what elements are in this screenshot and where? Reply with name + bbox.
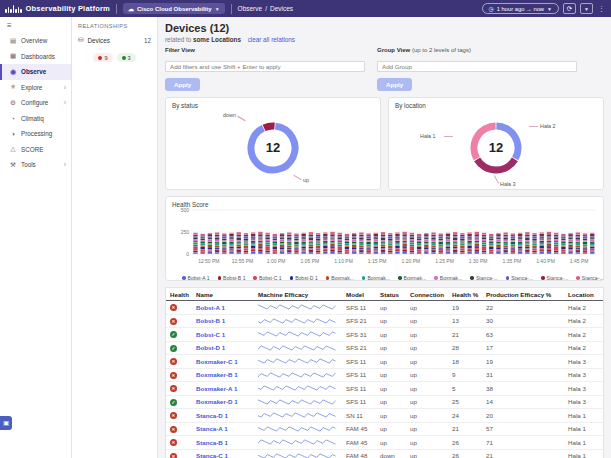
bar-segment [547, 244, 551, 246]
legend-item[interactable]: Boxmak... [326, 275, 354, 281]
column-header[interactable]: Health [166, 291, 192, 298]
column-header[interactable]: Machine Efficacy [254, 291, 342, 298]
bar-segment [504, 232, 508, 234]
bar-segment [294, 251, 298, 252]
legend-label: Stanca-... [511, 275, 533, 281]
table-row[interactable]: ✓Bobst-D 1SFS 21upup2817Hala 2 [166, 342, 603, 356]
bar-segment [554, 241, 558, 242]
by-location-card: By location Hala 1 12 Hala 2 Hala 3 [388, 97, 604, 190]
kebab-menu-icon[interactable]: ⋮ [597, 5, 606, 13]
column-header[interactable]: Location [564, 291, 603, 298]
bar-segment [280, 236, 284, 237]
device-link[interactable]: Boxmaker-C 1 [196, 358, 238, 365]
sidebar-item-observe[interactable]: ◉Observe [0, 64, 71, 80]
table-row[interactable]: ✕Bobst-B 1SFS 21upup1330Hala 2 [166, 315, 603, 329]
relationships-devices-row[interactable]: ⛁ Devices 12 [78, 36, 151, 44]
device-link[interactable]: Boxmaker-B 1 [196, 371, 238, 378]
column-header[interactable]: Status [376, 291, 406, 298]
table-row[interactable]: ✓Boxmaker-D 1SFS 11upup2514Hala 3 [166, 396, 603, 410]
legend-item[interactable]: Bobst-B 1 [218, 275, 246, 281]
column-header[interactable]: Health % [448, 291, 482, 298]
bar-segment [439, 233, 443, 234]
device-link[interactable]: Bobst-B 1 [196, 317, 225, 324]
group-input[interactable] [377, 61, 577, 72]
device-link[interactable]: Boxmaker-D 1 [196, 398, 238, 405]
bar-segment [583, 246, 587, 247]
sidebar-item-configure[interactable]: ⚙Configure› [0, 95, 71, 111]
filter-apply-button[interactable]: Apply [165, 78, 200, 91]
device-link[interactable]: Stanca-C 1 [196, 452, 228, 458]
table-row[interactable]: ✕Stanca-A 1FAM 45upup2157Hala 1 [166, 423, 603, 437]
filter-input[interactable] [165, 61, 365, 72]
legend-item[interactable]: Stanca-... [470, 275, 497, 281]
bar-segment [352, 233, 356, 234]
bar-segment [237, 245, 241, 247]
legend-item[interactable]: Stanca-... [541, 275, 568, 281]
bar-segment [222, 235, 226, 236]
table-row[interactable]: ✕Boxmaker-A 1SFS 11upup538Hala 3 [166, 382, 603, 396]
feedback-widget-button[interactable]: ▣ [0, 416, 12, 430]
table-row[interactable]: ✕Boxmaker-C 1SFS 11upup1819Hala 3 [166, 355, 603, 369]
legend-item[interactable]: Boxmak... [434, 275, 462, 281]
legend-item[interactable]: Stanca-... [506, 275, 533, 281]
health-count-badge[interactable]: 3 [117, 53, 136, 62]
device-link[interactable]: Bobst-D 1 [196, 344, 225, 351]
refresh-button[interactable]: ⟳ [563, 3, 576, 14]
sidebar-item-dashboards[interactable]: ▦Dashboards [0, 49, 71, 65]
table-row[interactable]: ✕Stanca-D 1SN 11upup2420Hala 1 [166, 409, 603, 423]
column-header[interactable]: Production Efficacy % [482, 291, 564, 298]
bar-segment [496, 234, 500, 236]
legend-item[interactable]: Bobst-C 1 [253, 275, 281, 281]
bar-segment [410, 245, 414, 247]
bar-segment [338, 241, 342, 242]
sidebar-item-tools[interactable]: ⚒Tools› [0, 157, 71, 173]
device-link[interactable]: Stanca-D 1 [196, 412, 228, 419]
device-link[interactable]: Stanca-B 1 [196, 439, 228, 446]
bar-segment [251, 234, 255, 236]
health-count-badge[interactable]: 9 [93, 53, 112, 62]
bar-segment [431, 236, 435, 237]
table-row[interactable]: ✕Bobst-A 1SFS 11upup1922Hala 2 [166, 301, 603, 315]
sidebar-item-score[interactable]: △SCORE [0, 142, 71, 158]
device-link[interactable]: Boxmaker-A 1 [196, 385, 237, 392]
bar-segment [496, 252, 500, 254]
table-row[interactable]: ✓Bobst-C 1SFS 31upup2163Hala 2 [166, 328, 603, 342]
legend-item[interactable]: Boxmak... [398, 275, 426, 281]
bar-segment [410, 240, 414, 241]
table-row[interactable]: ✕Boxmaker-B 1SFS 11upup931Hala 3 [166, 369, 603, 383]
legend-item[interactable]: Stanca-... [576, 275, 603, 281]
table-row[interactable]: ✕Stanca-B 1FAM 45upup2671Hala 1 [166, 436, 603, 450]
bar-segment [338, 235, 342, 236]
clear-relations-link[interactable]: clear all relations [248, 36, 295, 43]
breadcrumb-section[interactable]: Observe [238, 5, 263, 12]
sidebar-item-label: Explore [21, 84, 42, 91]
bar-segment [316, 233, 320, 235]
bar-segment [525, 247, 529, 248]
sidebar-collapse-button[interactable]: ≡ [0, 17, 71, 33]
group-apply-button[interactable]: Apply [377, 78, 412, 91]
bar-segment [330, 238, 334, 239]
x-tick-label: 1:10 PM [334, 258, 353, 264]
time-range-picker[interactable]: ◷ 1 hour ago → now ▼ [482, 3, 559, 14]
sidebar-item-climatiq[interactable]: ◔Climatiq [0, 111, 71, 127]
device-link[interactable]: Bobst-C 1 [196, 331, 225, 338]
model-cell: SFS 11 [342, 358, 376, 365]
bar-segment [381, 236, 385, 237]
refresh-options-button[interactable]: ▼ [580, 3, 593, 14]
column-header[interactable]: Name [192, 291, 254, 298]
column-header[interactable]: Connection [406, 291, 448, 298]
legend-item[interactable]: Bobst-A 1 [182, 275, 210, 281]
sidebar-item-explore[interactable]: ✳Explore› [0, 80, 71, 96]
table-row[interactable]: ✕Stanca-C 1FAM 48downup2621Hala 1 [166, 450, 603, 458]
breadcrumb-page[interactable]: Devices [270, 5, 293, 12]
legend-item[interactable]: Boxmak... [362, 275, 390, 281]
app-switcher-button[interactable]: ☁ Cisco Cloud Observability ▼ [123, 3, 225, 14]
device-link[interactable]: Bobst-A 1 [196, 304, 225, 311]
sidebar-item-processing[interactable]: ◑Processing [0, 126, 71, 142]
device-link[interactable]: Stanca-A 1 [196, 425, 228, 432]
column-header[interactable]: Model [342, 291, 376, 298]
legend-item[interactable]: Bobst-D 1 [290, 275, 318, 281]
bar-segment [323, 240, 327, 241]
sidebar-item-overview[interactable]: ▤Overview [0, 33, 71, 49]
health-score-plot[interactable]: 025050012:50 PM12:55 PM1:00 PM1:05 PM1:1… [172, 208, 602, 270]
